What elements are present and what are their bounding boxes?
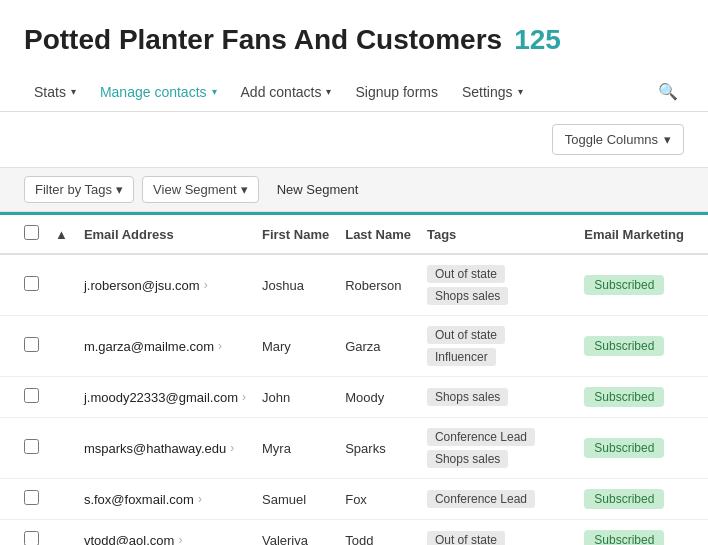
email-marketing-cell: Subscribed xyxy=(576,377,708,418)
tag[interactable]: Out of state xyxy=(427,265,505,283)
chevron-down-icon: ▾ xyxy=(664,132,671,147)
row-expand-cell xyxy=(47,479,76,520)
email-cell: j.moody22333@gmail.com› xyxy=(76,377,254,418)
tags-cell: Out of stateShops sales xyxy=(419,254,576,316)
first-name-cell: John xyxy=(254,377,337,418)
filter-bar: Filter by Tags ▾ View Segment ▾ New Segm… xyxy=(0,167,708,212)
row-checkbox[interactable] xyxy=(24,439,39,454)
table-row: j.roberson@jsu.com›JoshuaRobersonOut of … xyxy=(0,254,708,316)
contacts-table: ▲ Email Address First Name Last Name Tag… xyxy=(0,215,708,545)
last-name-cell: Todd xyxy=(337,520,419,546)
tags-cell: Conference Lead xyxy=(419,479,576,520)
table-row: vtodd@aol.com›ValeriyaToddOut of stateSu… xyxy=(0,520,708,546)
tag[interactable]: Conference Lead xyxy=(427,490,535,508)
last-name-header: Last Name xyxy=(337,215,419,254)
row-expand-cell xyxy=(47,254,76,316)
first-name-cell: Joshua xyxy=(254,254,337,316)
row-checkbox[interactable] xyxy=(24,531,39,545)
email-expand-icon[interactable]: › xyxy=(204,278,208,292)
nav-item-settings[interactable]: Settings ▾ xyxy=(452,74,533,110)
email-address[interactable]: msparks@hathaway.edu xyxy=(84,441,226,456)
chevron-down-icon: ▾ xyxy=(71,86,76,97)
tags-cell: Out of stateInfluencer xyxy=(419,316,576,377)
table-row: msparks@hathaway.edu›MyraSparksConferenc… xyxy=(0,418,708,479)
row-checkbox-cell xyxy=(0,479,47,520)
toggle-columns-button[interactable]: Toggle Columns ▾ xyxy=(552,124,684,155)
email-cell: s.fox@foxmail.com› xyxy=(76,479,254,520)
email-expand-icon[interactable]: › xyxy=(218,339,222,353)
search-icon[interactable]: 🔍 xyxy=(652,72,684,111)
subscribed-badge: Subscribed xyxy=(584,438,664,458)
new-segment-button[interactable]: New Segment xyxy=(267,177,369,202)
email-marketing-cell: Subscribed xyxy=(576,479,708,520)
tags-cell: Shops sales xyxy=(419,377,576,418)
last-name-cell: Sparks xyxy=(337,418,419,479)
subscribed-badge: Subscribed xyxy=(584,489,664,509)
tag[interactable]: Out of state xyxy=(427,326,505,344)
subscribed-badge: Subscribed xyxy=(584,336,664,356)
tags-header: Tags xyxy=(419,215,576,254)
first-name-cell: Valeriya xyxy=(254,520,337,546)
table-row: m.garza@mailme.com›MaryGarzaOut of state… xyxy=(0,316,708,377)
tag[interactable]: Shops sales xyxy=(427,287,508,305)
email-cell: msparks@hathaway.edu› xyxy=(76,418,254,479)
email-address[interactable]: s.fox@foxmail.com xyxy=(84,492,194,507)
filter-by-tags-button[interactable]: Filter by Tags ▾ xyxy=(24,176,134,203)
sort-icon: ▲ xyxy=(55,227,68,242)
row-expand-cell xyxy=(47,520,76,546)
first-name-header: First Name xyxy=(254,215,337,254)
row-checkbox-cell xyxy=(0,520,47,546)
toolbar: Toggle Columns ▾ xyxy=(0,112,708,167)
sort-header[interactable]: ▲ xyxy=(47,215,76,254)
nav-item-add-contacts[interactable]: Add contacts ▾ xyxy=(231,74,342,110)
view-segment-button[interactable]: View Segment ▾ xyxy=(142,176,259,203)
email-address[interactable]: j.roberson@jsu.com xyxy=(84,278,200,293)
last-name-cell: Moody xyxy=(337,377,419,418)
email-expand-icon[interactable]: › xyxy=(198,492,202,506)
tag[interactable]: Out of state xyxy=(427,531,505,545)
email-expand-icon[interactable]: › xyxy=(178,533,182,545)
email-header: Email Address xyxy=(76,215,254,254)
chevron-down-icon: ▾ xyxy=(212,86,217,97)
tags-cell: Conference LeadShops sales xyxy=(419,418,576,479)
select-all-checkbox[interactable] xyxy=(24,225,39,240)
chevron-down-icon: ▾ xyxy=(241,182,248,197)
row-checkbox[interactable] xyxy=(24,388,39,403)
row-checkbox[interactable] xyxy=(24,490,39,505)
subscribed-badge: Subscribed xyxy=(584,275,664,295)
row-checkbox[interactable] xyxy=(24,337,39,352)
row-expand-cell xyxy=(47,418,76,479)
subscribed-badge: Subscribed xyxy=(584,387,664,407)
row-checkbox[interactable] xyxy=(24,276,39,291)
email-cell: m.garza@mailme.com› xyxy=(76,316,254,377)
table-header-row: ▲ Email Address First Name Last Name Tag… xyxy=(0,215,708,254)
email-expand-icon[interactable]: › xyxy=(242,390,246,404)
subscribed-badge: Subscribed xyxy=(584,530,664,545)
email-marketing-cell: Subscribed xyxy=(576,418,708,479)
email-address[interactable]: m.garza@mailme.com xyxy=(84,339,214,354)
tag[interactable]: Conference Lead xyxy=(427,428,535,446)
email-address[interactable]: vtodd@aol.com xyxy=(84,533,175,546)
email-address[interactable]: j.moody22333@gmail.com xyxy=(84,390,238,405)
page-title: Potted Planter Fans And Customers xyxy=(24,24,502,56)
last-name-cell: Roberson xyxy=(337,254,419,316)
chevron-down-icon: ▾ xyxy=(116,182,123,197)
table-row: s.fox@foxmail.com›SamuelFoxConference Le… xyxy=(0,479,708,520)
email-marketing-cell: Subscribed xyxy=(576,254,708,316)
nav-item-stats[interactable]: Stats ▾ xyxy=(24,74,86,110)
row-checkbox-cell xyxy=(0,254,47,316)
email-expand-icon[interactable]: › xyxy=(230,441,234,455)
tag[interactable]: Shops sales xyxy=(427,450,508,468)
row-expand-cell xyxy=(47,377,76,418)
row-checkbox-cell xyxy=(0,316,47,377)
row-checkbox-cell xyxy=(0,377,47,418)
tags-cell: Out of state xyxy=(419,520,576,546)
tag[interactable]: Shops sales xyxy=(427,388,508,406)
table-row: j.moody22333@gmail.com›JohnMoodyShops sa… xyxy=(0,377,708,418)
nav-item-manage-contacts[interactable]: Manage contacts ▾ xyxy=(90,74,227,110)
first-name-cell: Myra xyxy=(254,418,337,479)
last-name-cell: Garza xyxy=(337,316,419,377)
nav-item-signup-forms[interactable]: Signup forms xyxy=(345,74,447,110)
tag[interactable]: Influencer xyxy=(427,348,496,366)
email-marketing-header: Email Marketing xyxy=(576,215,708,254)
